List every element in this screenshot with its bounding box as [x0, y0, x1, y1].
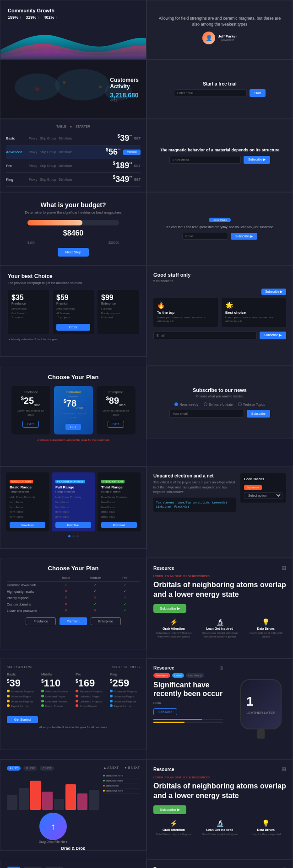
budget-bar-container [27, 220, 119, 225]
plan-25-button[interactable]: GET [22, 421, 39, 428]
free-trial-form: Start [174, 89, 266, 97]
cpt-freelance-button[interactable]: Freelance [26, 617, 55, 625]
option-card-third-button[interactable]: Download [101, 522, 137, 528]
plan-89-button[interactable]: GET [108, 421, 124, 428]
progress-bar-2 [153, 722, 223, 723]
good-stuff-email-input[interactable] [153, 332, 257, 339]
best-choice-note: ▲ Already subscribed? Look for the great [8, 338, 139, 341]
option-software[interactable]: Software Update [204, 402, 233, 406]
dot-yellow [7, 690, 10, 692]
newsletter-subscribe-button[interactable]: Subscribe [247, 410, 270, 418]
dot-green-3 [41, 700, 44, 702]
stat-users: 159% ↑ [8, 15, 21, 20]
unpaired-code: Tan.element, Loom/Tap const.link, Lorem/… [153, 498, 236, 512]
dot-2[interactable] [72, 535, 75, 537]
plan-78-button[interactable]: GET [65, 424, 81, 430]
wave-chart [0, 27, 146, 59]
radio-news-weekly[interactable] [174, 402, 178, 406]
customers-activity-panel: Customers Activity 3,218,680 4471 [0, 59, 146, 119]
resource-1-subscribe-button[interactable]: Subscribe ▶ [153, 604, 186, 613]
cpt-enterprise-button[interactable]: Enterprise [91, 617, 121, 625]
option-news-weekly[interactable]: News weekly [174, 402, 198, 406]
bar-5 [54, 799, 65, 810]
cpt-premium-button[interactable]: Premium [60, 617, 87, 625]
dot-blue-3 [110, 700, 113, 702]
resource-2-right: 1 LEATHER LATER [229, 659, 293, 759]
row-11: A LIST ▲ A NEXT ▼ B NEXT Drag & Drop Fil… [0, 860, 293, 868]
option-card-third: THIRD OPTION Third Range Range of option… [98, 472, 141, 531]
pt2-header: SUB PLATFORM SUB RESOURCES [7, 665, 140, 669]
row-5: Your best Choice The previous campaign t… [0, 265, 293, 366]
radio-webinar[interactable] [238, 402, 242, 406]
good-stuff-title: Good stuff only [153, 272, 286, 278]
unpaired-panel: Unpaired electron and a net This orbital… [146, 466, 293, 558]
list-item: Item two here [103, 778, 140, 783]
row-6: Choose Your Plan Freelance $25/mo Lorem … [0, 366, 293, 466]
feature-3-icon: 💡 [245, 618, 286, 626]
bar-6 [65, 784, 76, 810]
free-trial-email-input[interactable] [174, 89, 247, 97]
dot-1[interactable] [68, 535, 71, 537]
best-choice-subtitle: The previous campaign to get the audienc… [8, 281, 139, 284]
option-card-basic-button[interactable]: Download [10, 522, 45, 528]
feature-1-icon: ⚡ [153, 618, 194, 626]
row-8: Choose Your Plan Basic Medium Pro Unlimi… [0, 558, 293, 659]
unpaired-left: Unpaired electron and a net This orbital… [153, 473, 236, 551]
avatar-icon: 👤 [202, 32, 215, 44]
resource-2-header: Resource ⊞ [153, 665, 223, 670]
plan-premium-button[interactable]: Order [56, 324, 90, 331]
unpaired-select[interactable]: Select option Option 1 Option 2 [244, 492, 282, 499]
watch-band-bottom [257, 729, 265, 739]
resource-3-badge: LOREM IPSUM / STATUS / DE RESOURCES [153, 776, 286, 779]
dd-1-content: ↑ Drag Drop File Here Item one here Item… [7, 773, 140, 843]
newsletter-email-input[interactable] [169, 410, 244, 418]
dot-blue-1 [110, 690, 113, 692]
dd-1-left: ↑ Drag Drop File Here [7, 773, 99, 843]
magnetic-subscribe-button[interactable]: Subscribe ▶ [244, 156, 270, 164]
unpaired-subscribe-button[interactable]: Subscribe [244, 485, 262, 490]
table-row: Pro ProxyShip GroupDistribute $189°° GET [6, 159, 141, 173]
pricing-advanced-button[interactable]: ORDER [123, 150, 141, 155]
dot-red-4 [76, 704, 78, 707]
radio-software[interactable] [204, 402, 207, 406]
budget-panel: What is your budget? Determine to prove … [0, 192, 146, 265]
unpaired-title: Unpaired electron and a net [153, 473, 236, 478]
choose-plan-note: ⚠ Already subscribed? Look for the great… [8, 438, 139, 441]
dot-green-4 [41, 704, 44, 707]
good-stuff-form-button[interactable]: Subscribe ▶ [260, 332, 286, 339]
bar-8 [89, 790, 99, 810]
list-item: Item one here [103, 773, 140, 778]
magnetic-email-input[interactable] [169, 156, 241, 164]
tier-pro: Pro $169 Advanced Projects Unlimited Pag… [76, 672, 105, 709]
drag-drop-1-panel: A LIST B LIST C LIST ▲ A NEXT ▼ B NEXT [0, 759, 146, 851]
bar-7 [77, 793, 88, 810]
dot-3[interactable] [76, 535, 79, 537]
list-dot-4 [103, 790, 105, 792]
have-perks-email-input[interactable] [182, 233, 228, 240]
newsletter-options: News weekly Software Update Webinar Topi… [174, 402, 265, 406]
resource-2-see-more-button[interactable]: See More [153, 708, 177, 715]
list-item: Item four here [103, 788, 140, 793]
resource-3-features: ⚡ Grab Attention Data Drives insight wit… [153, 820, 286, 836]
plan-25: Freelance $25/mo Lorem ipsum dolor sit a… [11, 386, 50, 434]
have-perks-form: Subscribe ▶ [182, 233, 257, 240]
row-4: What is your budget? Determine to prove … [0, 192, 293, 265]
tier-king: King $259 Advanced Projects Unlimited Pa… [110, 672, 140, 709]
pricing-tiers-button[interactable]: Get Started [7, 716, 38, 723]
budget-next-button[interactable]: Next Step [58, 248, 88, 257]
have-perks-subscribe-button[interactable]: Subscribe ▶ [231, 233, 257, 240]
resource-feature-3: 💡 Data Drives insight with great with 10… [245, 618, 286, 639]
dd-1-upload-icon[interactable]: ↑ [39, 813, 67, 840]
resource-3-subscribe-button[interactable]: Subscribe ▶ [153, 805, 186, 814]
option-card-featured-button[interactable]: Download [55, 522, 91, 528]
svg-point-4 [63, 81, 65, 84]
bar-4 [42, 792, 53, 810]
good-stuff-subscribe-button[interactable]: Subscribe ▶ [261, 289, 286, 295]
resource-3-title: Orbitals of neighboring atoms overlap an… [153, 782, 286, 801]
option-webinar[interactable]: Webinar Topics [238, 402, 265, 406]
resource-feature-1: ⚡ Grab Attention Data Drives insight wit… [153, 618, 194, 639]
progress-bar-1 [153, 719, 223, 720]
table-row: 1 user and password ✕ ✕ ✓ [7, 607, 140, 614]
free-trial-start-button[interactable]: Start [250, 89, 266, 97]
choose-plan-title: Choose Your Plan [8, 374, 139, 380]
